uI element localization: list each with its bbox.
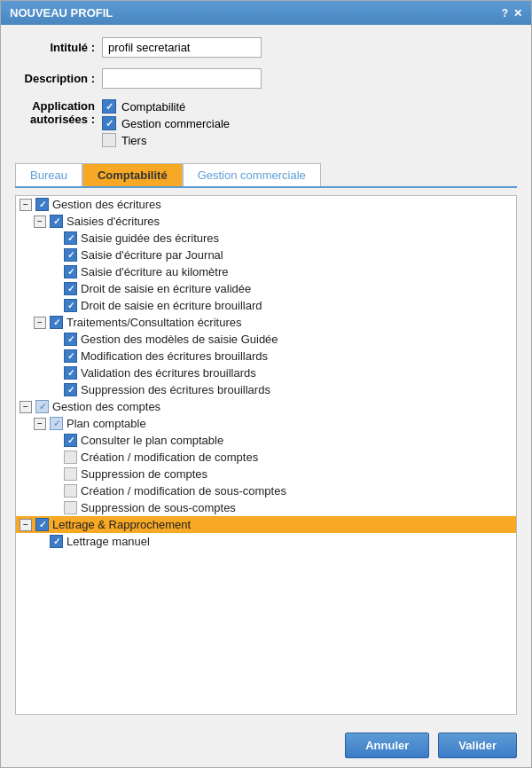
cb-gestion-comptes[interactable] bbox=[35, 400, 49, 413]
cb-saisie-guidee[interactable] bbox=[64, 231, 77, 245]
footer: Annuler Valider bbox=[1, 724, 531, 767]
expand-gestion-comptes[interactable]: − bbox=[20, 401, 32, 413]
cb-saisies-ecritures[interactable] bbox=[50, 215, 63, 228]
label-creation-comptes: Création / modification de comptes bbox=[81, 451, 258, 464]
app-comptabilite-item[interactable]: Comptabilité bbox=[102, 99, 230, 114]
tree-row-saisie-guidee[interactable]: Saisie guidée des écritures bbox=[16, 230, 516, 247]
description-row: Description : bbox=[15, 68, 517, 89]
cb-modeles-guidee[interactable] bbox=[64, 333, 77, 346]
label-saisie-guidee: Saisie guidée des écritures bbox=[81, 231, 219, 245]
spacer-saisie-guidee bbox=[48, 232, 60, 245]
tab-gestion-commerciale[interactable]: Gestion commerciale bbox=[183, 163, 321, 186]
cb-creation-comptes[interactable] bbox=[64, 451, 77, 464]
tree-row-traitements[interactable]: − Traitements/Consultation écritures bbox=[16, 314, 516, 331]
help-button[interactable]: ? bbox=[502, 7, 508, 20]
expand-gestion-ecritures[interactable]: − bbox=[20, 199, 32, 211]
app-gestion-commerciale-item[interactable]: Gestion commerciale bbox=[102, 116, 230, 130]
cb-consulter-plan[interactable] bbox=[64, 434, 77, 447]
label-lettrage-manuel: Lettrage manuel bbox=[66, 535, 150, 548]
cb-suppr-comptes[interactable] bbox=[64, 467, 77, 481]
expand-saisies-ecritures[interactable]: − bbox=[34, 216, 46, 228]
label-plan-comptable: Plan comptable bbox=[66, 417, 146, 430]
tree-row-consulter-plan[interactable]: Consulter le plan comptable bbox=[16, 432, 516, 449]
app-tiers-checkbox[interactable] bbox=[102, 133, 116, 147]
dialog-title: NOUVEAU PROFIL bbox=[10, 6, 113, 20]
tree-row-gestion-comptes[interactable]: − Gestion des comptes bbox=[16, 398, 516, 415]
cb-droit-brouillard[interactable] bbox=[64, 299, 77, 312]
tree-row-saisies-ecritures[interactable]: − Saisies d'écritures bbox=[16, 213, 516, 230]
label-modeles-guidee: Gestion des modèles de saisie Guidée bbox=[81, 333, 278, 346]
dialog-body: Intitulé : Description : Application aut… bbox=[1, 25, 531, 724]
cb-lettrage[interactable] bbox=[35, 518, 49, 531]
label-saisies-ecritures: Saisies d'écritures bbox=[66, 215, 160, 228]
label-suppr-sous-comptes: Suppression de sous-comptes bbox=[81, 501, 236, 514]
tab-bureau[interactable]: Bureau bbox=[15, 163, 82, 186]
app-tiers-label: Tiers bbox=[121, 134, 146, 147]
cb-traitements[interactable] bbox=[50, 316, 63, 329]
label-consulter-plan: Consulter le plan comptable bbox=[81, 434, 223, 447]
tree-row-saisie-journal[interactable]: Saisie d'écriture par Journal bbox=[16, 247, 516, 263]
applications-label2: autorisées : bbox=[15, 113, 95, 126]
expand-traitements[interactable]: − bbox=[34, 317, 46, 329]
tree-row-creation-comptes[interactable]: Création / modification de comptes bbox=[16, 449, 516, 466]
app-gestion-commerciale-checkbox[interactable] bbox=[102, 116, 116, 130]
cb-lettrage-manuel[interactable] bbox=[50, 535, 63, 548]
expand-lettrage[interactable]: − bbox=[20, 519, 32, 531]
tree-row-lettrage-manuel[interactable]: Lettrage manuel bbox=[16, 533, 516, 550]
annuler-button[interactable]: Annuler bbox=[345, 733, 429, 758]
tree-row-lettrage[interactable]: − Lettrage & Rapprochement bbox=[16, 516, 516, 533]
intitule-input[interactable] bbox=[102, 37, 262, 58]
tree-row-droit-brouillard[interactable]: Droit de saisie en écriture brouillard bbox=[16, 297, 516, 314]
titlebar: NOUVEAU PROFIL ? ✕ bbox=[1, 1, 531, 25]
close-button[interactable]: ✕ bbox=[513, 7, 522, 20]
tree-row-suppr-comptes[interactable]: Suppression de comptes bbox=[16, 466, 516, 482]
tree-row-saisie-kilometre[interactable]: Saisie d'écriture au kilomètre bbox=[16, 263, 516, 280]
label-lettrage: Lettrage & Rapprochement bbox=[52, 518, 191, 531]
label-saisie-journal: Saisie d'écriture par Journal bbox=[81, 248, 223, 262]
cb-valid-brouillards[interactable] bbox=[64, 366, 77, 380]
label-valid-brouillards: Validation des écritures brouillards bbox=[81, 366, 256, 380]
cb-gestion-ecritures[interactable] bbox=[35, 198, 49, 211]
cb-creation-sous-comptes[interactable] bbox=[64, 484, 77, 498]
cb-suppr-brouillards[interactable] bbox=[64, 383, 77, 396]
cb-suppr-sous-comptes[interactable] bbox=[64, 501, 77, 514]
tree-row-modif-brouillards[interactable]: Modification des écritures brouillards bbox=[16, 348, 516, 364]
expand-plan-comptable[interactable]: − bbox=[34, 418, 46, 430]
app-tiers-item[interactable]: Tiers bbox=[102, 133, 230, 147]
titlebar-buttons: ? ✕ bbox=[502, 7, 522, 20]
dialog-nouveau-profil: NOUVEAU PROFIL ? ✕ Intitulé : Descriptio… bbox=[0, 0, 532, 768]
valider-button[interactable]: Valider bbox=[438, 733, 517, 758]
cb-saisie-kilometre[interactable] bbox=[64, 265, 77, 278]
tree-row-suppr-sous-comptes[interactable]: Suppression de sous-comptes bbox=[16, 499, 516, 516]
intitule-row: Intitulé : bbox=[15, 37, 517, 58]
label-droit-brouillard: Droit de saisie en écriture brouillard bbox=[81, 299, 262, 312]
label-droit-validee: Droit de saisie en écriture validée bbox=[81, 282, 251, 295]
tab-comptabilite[interactable]: Comptabilité bbox=[82, 163, 183, 186]
tabs-row: Bureau Comptabilité Gestion commerciale bbox=[15, 163, 517, 188]
applications-list: Comptabilité Gestion commerciale Tiers bbox=[102, 99, 230, 147]
tree-row-plan-comptable[interactable]: − Plan comptable bbox=[16, 415, 516, 432]
tree-area: − Gestion des écritures − Saisies d'écri… bbox=[15, 195, 517, 715]
cb-plan-comptable[interactable] bbox=[50, 417, 63, 430]
tree-scroll[interactable]: − Gestion des écritures − Saisies d'écri… bbox=[16, 196, 516, 604]
cb-saisie-journal[interactable] bbox=[64, 248, 77, 262]
applications-label: Application bbox=[15, 99, 95, 113]
applications-row: Application autorisées : Comptabilité Ge… bbox=[15, 99, 517, 147]
cb-modif-brouillards[interactable] bbox=[64, 349, 77, 363]
label-suppr-comptes: Suppression de comptes bbox=[81, 467, 207, 481]
description-label: Description : bbox=[15, 72, 95, 85]
label-saisie-kilometre: Saisie d'écriture au kilomètre bbox=[81, 265, 229, 278]
tree-row-gestion-ecritures[interactable]: − Gestion des écritures bbox=[16, 196, 516, 213]
label-gestion-ecritures: Gestion des écritures bbox=[52, 198, 161, 211]
tree-row-creation-sous-comptes[interactable]: Création / modification de sous-comptes bbox=[16, 482, 516, 499]
tree-row-modeles-guidee[interactable]: Gestion des modèles de saisie Guidée bbox=[16, 331, 516, 348]
description-input[interactable] bbox=[102, 68, 262, 89]
intitule-label: Intitulé : bbox=[15, 41, 95, 54]
tree-row-valid-brouillards[interactable]: Validation des écritures brouillards bbox=[16, 364, 516, 381]
cb-droit-validee[interactable] bbox=[64, 282, 77, 295]
tree-row-suppr-brouillards[interactable]: Suppression des écritures brouillards bbox=[16, 381, 516, 398]
app-comptabilite-checkbox[interactable] bbox=[102, 99, 116, 114]
label-suppr-brouillards: Suppression des écritures brouillards bbox=[81, 383, 270, 396]
tree-row-droit-validee[interactable]: Droit de saisie en écriture validée bbox=[16, 280, 516, 297]
label-modif-brouillards: Modification des écritures brouillards bbox=[81, 349, 268, 363]
